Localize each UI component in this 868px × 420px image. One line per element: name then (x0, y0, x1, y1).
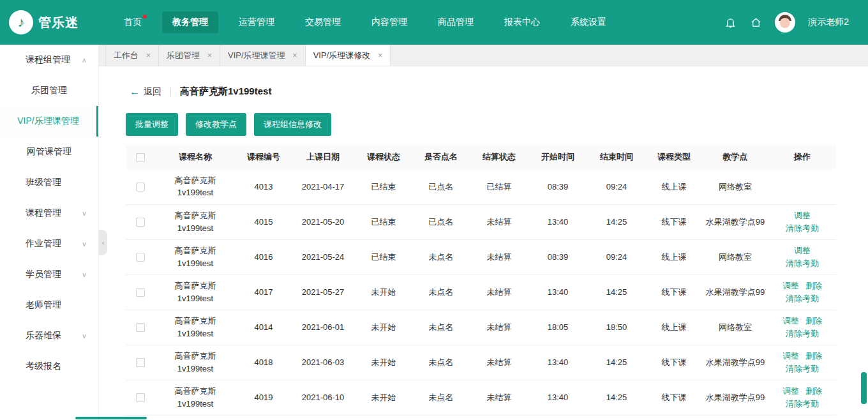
sidebar-item-1[interactable]: 班级管理 (0, 167, 98, 198)
row-checkbox[interactable] (136, 323, 145, 332)
sidebar: 课程组管理∧乐团管理VIP/乐理课管理网管课管理班级管理课程管理∨作业管理∨学员… (0, 45, 99, 420)
row-action-link[interactable]: 清除考勤 (786, 329, 819, 338)
row-action-link[interactable]: 调整 (794, 246, 811, 255)
tab-close-icon[interactable]: × (378, 51, 382, 60)
row-action-link[interactable]: 调整 (782, 281, 799, 290)
cell-rollcall: 未点名 (412, 274, 470, 310)
tab-close-icon[interactable]: × (293, 51, 297, 60)
course-table: 课程名称课程编号上课日期课程状态是否点名结算状态开始时间结束时间课程类型教学点操… (126, 145, 836, 416)
column-header-7: 结束时间 (587, 145, 646, 169)
table-body: 高音萨克斯1v199test40132021-04-17已结束已点名已结算08:… (126, 169, 836, 415)
action-button-2[interactable]: 课程组信息修改 (254, 113, 331, 136)
row-action-link[interactable]: 清除考勤 (786, 399, 819, 409)
cell-date: 2021-05-20 (291, 204, 355, 239)
row-action-link[interactable]: 调整 (782, 316, 799, 326)
cell-date: 2021-06-10 (291, 380, 355, 415)
row-action-link[interactable]: 删除 (805, 351, 822, 361)
sidebar-item-6[interactable]: 乐器维保∨ (0, 320, 98, 351)
sidebar-subitem-0-2[interactable]: 网管课管理 (0, 137, 98, 167)
nav-item-5[interactable]: 商品管理 (428, 11, 484, 33)
nav-item-3[interactable]: 交易管理 (295, 11, 351, 33)
cell-rollcall: 未点名 (412, 310, 470, 345)
tab-3[interactable]: VIP/乐理课修改× (306, 45, 391, 66)
nav-item-0[interactable]: 首页 (114, 11, 152, 33)
cell-type: 线上课 (646, 310, 702, 345)
tab-2[interactable]: VIP/乐理课管理× (220, 45, 306, 66)
cell-name: 高音萨克斯1v199test (154, 239, 236, 274)
row-action-link[interactable]: 调整 (794, 211, 811, 220)
nav-item-2[interactable]: 运营管理 (228, 11, 285, 33)
cell-location: 水果湖教学点99 (702, 380, 768, 415)
cell-actions (768, 169, 836, 204)
row-action-link[interactable]: 删除 (805, 281, 822, 290)
tab-0[interactable]: 工作台× (105, 45, 159, 66)
sidebar-subitem-0-0[interactable]: 乐团管理 (0, 75, 98, 106)
cell-status: 已结束 (355, 204, 412, 239)
avatar[interactable] (775, 12, 795, 33)
header-checkbox-cell (126, 145, 154, 169)
nav-item-6[interactable]: 报表中心 (494, 11, 550, 33)
row-action-link[interactable]: 清除考勤 (786, 223, 819, 233)
row-checkbox[interactable] (136, 218, 145, 227)
row-checkbox-cell (126, 169, 154, 204)
select-all-checkbox[interactable] (136, 153, 145, 162)
divider (170, 87, 171, 96)
cell-date: 2021-04-17 (291, 169, 355, 204)
row-checkbox-cell (126, 204, 154, 239)
cell-end: 14:25 (587, 274, 646, 310)
row-checkbox[interactable] (136, 288, 145, 297)
table-row: 高音萨克斯1v199test40192021-06-10未开始未点名未结算13:… (126, 380, 836, 415)
table-row: 高音萨克斯1v199test40182021-06-03未开始未点名未结算13:… (126, 345, 836, 380)
row-action-link[interactable]: 调整 (782, 386, 799, 396)
back-button[interactable]: ← 返回 (130, 86, 161, 98)
sidebar-item-3[interactable]: 作业管理∨ (0, 229, 98, 259)
chevron-down-icon: ∨ (82, 332, 87, 340)
cell-name: 高音萨克斯1v199test (154, 169, 236, 204)
sidebar-collapse-handle[interactable]: ‹ (99, 230, 107, 255)
row-action-link[interactable]: 清除考勤 (786, 294, 819, 303)
nav-item-7[interactable]: 系统设置 (560, 11, 617, 33)
cell-type: 线下课 (646, 204, 702, 239)
cell-id: 4018 (236, 345, 291, 380)
horizontal-scrollbar[interactable] (75, 417, 147, 419)
cell-status: 已结束 (355, 239, 412, 274)
back-arrow-icon: ← (130, 86, 140, 98)
row-checkbox-cell (126, 345, 154, 380)
tab-close-icon[interactable]: × (207, 51, 212, 60)
sidebar-item-0[interactable]: 课程组管理∧ (0, 45, 98, 75)
row-action-link[interactable]: 清除考勤 (786, 364, 819, 373)
cell-settle: 未结算 (470, 345, 528, 380)
bell-icon[interactable] (724, 16, 737, 29)
tab-1[interactable]: 乐团管理× (159, 45, 220, 66)
cell-settle: 未结算 (470, 310, 528, 345)
column-header-4: 是否点名 (412, 145, 470, 169)
row-checkbox-cell (126, 380, 154, 415)
row-checkbox[interactable] (136, 358, 145, 367)
column-header-9: 教学点 (702, 145, 768, 169)
nav-item-4[interactable]: 内容管理 (361, 11, 417, 33)
cell-status: 未开始 (355, 345, 412, 380)
sidebar-item-4[interactable]: 学员管理∨ (0, 259, 98, 290)
sidebar-item-2[interactable]: 课程管理∨ (0, 198, 98, 229)
nav-item-1[interactable]: 教务管理 (162, 11, 218, 33)
sidebar-item-5[interactable]: 老师管理 (0, 290, 98, 320)
vertical-scrollbar[interactable] (861, 372, 867, 404)
row-checkbox-cell (126, 310, 154, 345)
row-action-link[interactable]: 删除 (805, 386, 822, 396)
column-header-8: 课程类型 (646, 145, 702, 169)
brand-logo[interactable]: ♪ 管乐迷 (0, 10, 102, 34)
row-checkbox[interactable] (136, 183, 145, 191)
row-checkbox[interactable] (136, 253, 145, 262)
action-button-0[interactable]: 批量调整 (126, 113, 178, 136)
brand-name: 管乐迷 (38, 14, 79, 31)
row-action-link[interactable]: 清除考勤 (786, 259, 819, 268)
row-checkbox[interactable] (136, 393, 145, 402)
sidebar-item-7[interactable]: 考级报名 (0, 351, 98, 382)
row-action-link[interactable]: 调整 (782, 351, 799, 361)
action-button-1[interactable]: 修改教学点 (186, 113, 246, 136)
home-icon[interactable] (749, 16, 762, 29)
sidebar-subitem-0-1[interactable]: VIP/乐理课管理 (0, 106, 98, 137)
row-action-link[interactable]: 删除 (805, 316, 822, 326)
tab-close-icon[interactable]: × (146, 51, 151, 60)
cell-rollcall: 未点名 (412, 345, 470, 380)
